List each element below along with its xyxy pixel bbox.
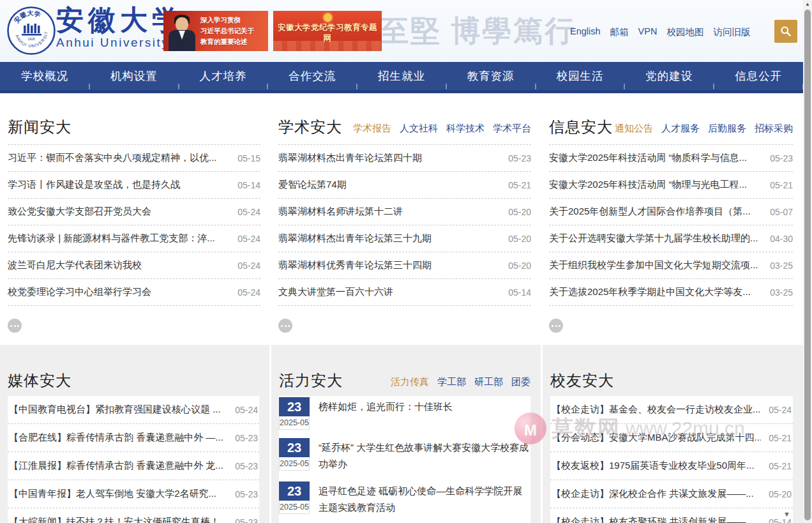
academic-item-title[interactable]: 翡翠湖材料杰出青年论坛第四十期 <box>278 152 500 164</box>
academic-item[interactable]: 爱智论坛第74期 05-21 <box>278 172 531 199</box>
info-item[interactable]: 安徽大学2025年科技活动周 “物质科学与信息... 05-23 <box>549 145 793 172</box>
academic-item[interactable]: 文典大讲堂第一百六十六讲 05-14 <box>278 279 531 306</box>
alumni-item-title[interactable]: 【分会动态】安徽大学MBA沙赛战队完成第十四... <box>552 432 761 444</box>
media-item-title[interactable]: 【江淮晨报】粽香传情承古韵 香囊递意融中外 龙... <box>9 460 227 472</box>
vitality-tab[interactable]: 活力传真 <box>391 376 429 388</box>
news-item-title[interactable]: 先锋访谈录 | 新能源材料与器件教工党支部：淬... <box>8 232 230 245</box>
academic-item-title[interactable]: 文典大讲堂第一百六十六讲 <box>278 286 500 298</box>
scrollbar-up-icon[interactable]: ▲ <box>803 1 812 7</box>
media-item[interactable]: 【中国教育电视台】紧扣教育强国建设核心议题 ... 05-24 <box>8 396 259 424</box>
info-item[interactable]: 安徽大学2025年科技活动周 “物理与光电工程... 05-21 <box>549 172 793 199</box>
news-item[interactable]: 校党委理论学习中心组举行学习会 05-24 <box>8 279 260 306</box>
nav-item[interactable]: 校园生活 <box>536 62 625 90</box>
nav-item[interactable]: 党的建设 <box>624 62 714 90</box>
nav-item[interactable]: 合作交流 <box>267 62 357 90</box>
news-item-title[interactable]: 校党委理论学习中心组举行学习会 <box>8 286 230 298</box>
alumni-item-title[interactable]: 【校企走访】基金会、校友会一行走访校友企业... <box>552 404 761 416</box>
academic-item-title[interactable]: 翡翠湖材料名师讲坛第十二讲 <box>278 206 500 218</box>
news-item-title[interactable]: 波兰哥白尼大学代表团来访我校 <box>8 259 230 271</box>
scroll-down-icon[interactable]: ▼ <box>783 510 790 518</box>
media-item-title[interactable]: 【中国教育电视台】紧扣教育强国建设核心议题 ... <box>9 404 227 416</box>
info-item-title[interactable]: 关于2025年创新型人才国际合作培养项目（第... <box>549 206 762 218</box>
academic-item-title[interactable]: 爱智论坛第74期 <box>278 179 500 191</box>
news-item[interactable]: 习近平：锲而不舍落实中央八项规定精神，以优... 05-15 <box>8 145 260 172</box>
info-item-title[interactable]: 关于组织我校学生参加中国文化大学短期交流项... <box>549 259 762 271</box>
info-tab[interactable]: 后勤服务 <box>708 123 746 135</box>
academic-item[interactable]: 翡翠湖材料名师讲坛第十二讲 05-20 <box>278 199 531 225</box>
academic-item-title[interactable]: 翡翠湖材料优秀青年论坛第三十四期 <box>278 259 500 271</box>
news-item-title[interactable]: 致公党安徽大学支部召开党员大会 <box>8 206 230 218</box>
info-item[interactable]: 关于组织我校学生参加中国文化大学短期交流项... 03-25 <box>549 252 793 279</box>
news-item[interactable]: 致公党安徽大学支部召开党员大会 05-24 <box>8 199 260 225</box>
nav-item[interactable]: 学校概况 <box>0 62 89 90</box>
nav-item[interactable]: 机构设置 <box>89 62 179 90</box>
vitality-item-title[interactable]: 追寻红色足迹 砥砺初心使命—生命科学学院开展主题实践教育活动 <box>319 481 530 517</box>
vitality-item-title[interactable]: “延乔杯” 大学生红色故事讲解大赛安徽大学校赛成功举办 <box>319 438 530 473</box>
info-item-title[interactable]: 安徽大学2025年科技活动周 “物质科学与信息... <box>549 152 762 164</box>
alumni-item-title[interactable]: 【校友返校】1975届英语专业校友毕业50周年... <box>552 460 761 472</box>
academic-more-button[interactable] <box>278 319 292 333</box>
vitality-item[interactable]: 23 2025-05 追寻红色足迹 砥砺初心使命—生命科学学院开展主题实践教育活… <box>279 481 530 517</box>
utility-link[interactable]: English <box>570 26 601 38</box>
alumni-item[interactable]: 【校企走访】校友齐聚环瑞 共话创新发展——... 05-14 <box>550 508 793 523</box>
alumni-item[interactable]: 【校企走访】基金会、校友会一行走访校友企业... 05-24 <box>550 396 793 424</box>
academic-item-title[interactable]: 翡翠湖材料杰出青年论坛第三十九期 <box>278 232 500 245</box>
vitality-tab[interactable]: 学工部 <box>437 376 466 388</box>
page-scrollbar[interactable]: ▲ <box>803 0 812 523</box>
media-item[interactable]: 【江淮晨报】粽香传情承古韵 香囊递意融中外 龙... 05-23 <box>8 452 259 480</box>
utility-link[interactable]: 邮箱 <box>610 26 629 38</box>
info-item-title[interactable]: 安徽大学2025年科技活动周 “物理与光电工程... <box>549 179 762 191</box>
info-tab[interactable]: 招标采购 <box>755 123 793 135</box>
media-item-title[interactable]: 【合肥在线】粽香传情承古韵 香囊递意融中外 —... <box>9 432 227 444</box>
vitality-item[interactable]: 23 2025-05 榜样如炬，追光而行：十佳班长 <box>279 397 530 430</box>
academic-item[interactable]: 翡翠湖材料优秀青年论坛第三十四期 05-20 <box>278 252 531 279</box>
alumni-item-title[interactable]: 【校企走访】校友齐聚环瑞 共话创新发展——... <box>552 516 761 523</box>
info-item[interactable]: 关于2025年创新型人才国际合作培养项目（第... 05-07 <box>549 199 793 225</box>
utility-link[interactable]: VPN <box>638 26 658 38</box>
news-item-title[interactable]: 学习语丨作风建设是攻坚战，也是持久战 <box>8 179 230 191</box>
news-item-title[interactable]: 习近平：锲而不舍落实中央八项规定精神，以优... <box>8 152 230 164</box>
news-item[interactable]: 波兰哥白尼大学代表团来访我校 05-24 <box>8 252 260 279</box>
university-seal-logo[interactable]: 安徽大学 1928 ANHUI UNIVERSITY <box>6 6 56 56</box>
nav-item[interactable]: 人才培养 <box>179 62 268 90</box>
media-item[interactable]: 【合肥在线】粽香传情承古韵 香囊递意融中外 —... 05-23 <box>8 424 259 452</box>
vitality-item-title[interactable]: 榜样如炬，追光而行：十佳班长 <box>319 397 453 430</box>
info-tab[interactable]: 人才服务 <box>661 123 700 135</box>
search-button[interactable] <box>774 20 797 43</box>
alumni-item-title[interactable]: 【校企走访】深化校企合作 共谋文旅发展——... <box>552 488 761 500</box>
news-item[interactable]: 先锋访谈录 | 新能源材料与器件教工党支部：淬... 05-24 <box>8 225 260 252</box>
media-item-title[interactable]: 【大皖新闻】扶不扶？扶！安大这俩研究生真棒！ <box>9 516 227 523</box>
alumni-item[interactable]: 【校友返校】1975届英语专业校友毕业50周年... 05-21 <box>550 452 793 480</box>
alumni-item[interactable]: 【分会动态】安徽大学MBA沙赛战队完成第十四... 05-21 <box>550 424 793 452</box>
vitality-item[interactable]: 23 2025-05 “延乔杯” 大学生红色故事讲解大赛安徽大学校赛成功举办 <box>279 438 530 473</box>
date-badge: 23 2025-05 <box>279 397 310 430</box>
info-more-button[interactable] <box>549 319 563 333</box>
info-item-title[interactable]: 关于选拔2025年秋季学期赴中国文化大学等友... <box>549 286 762 298</box>
academic-item[interactable]: 翡翠湖材料杰出青年论坛第四十期 05-23 <box>278 145 531 172</box>
nav-item[interactable]: 招生就业 <box>357 62 446 90</box>
education-speech-banner[interactable]: 深入学习贯彻习近平总书记关于教育的重要论述 <box>163 11 268 51</box>
academic-tab[interactable]: 科学技术 <box>446 123 485 135</box>
academic-tab[interactable]: 学术报告 <box>353 123 391 135</box>
media-item[interactable]: 【大皖新闻】扶不扶？扶！安大这俩研究生真棒！ 05-23 <box>8 508 259 523</box>
media-item[interactable]: 【中国青年报】老人驾车倒地 安徽大学2名研究... 05-23 <box>8 480 259 508</box>
vitality-tab[interactable]: 团委 <box>511 376 530 388</box>
info-item[interactable]: 关于选拔2025年秋季学期赴中国文化大学等友... 03-25 <box>549 279 793 306</box>
alumni-item[interactable]: 【校企走访】深化校企合作 共谋文旅发展——... 05-20 <box>550 480 793 508</box>
academic-tab[interactable]: 学术平台 <box>493 123 531 135</box>
academic-item[interactable]: 翡翠湖材料杰出青年论坛第三十九期 05-20 <box>278 225 531 252</box>
info-item[interactable]: 关于公开选聘安徽大学第十九届学生校长助理的... 04-30 <box>549 225 793 252</box>
scrollbar-thumb[interactable] <box>804 10 811 520</box>
party-discipline-banner[interactable]: 安徽大学党纪学习教育专题网 <box>273 11 382 51</box>
info-item-title[interactable]: 关于公开选聘安徽大学第十九届学生校长助理的... <box>549 232 762 245</box>
news-more-button[interactable] <box>8 319 22 333</box>
utility-link[interactable]: 访问旧版 <box>713 26 750 38</box>
academic-tab[interactable]: 人文社科 <box>400 123 438 135</box>
vitality-tab[interactable]: 研工部 <box>474 376 503 388</box>
info-tab[interactable]: 通知公告 <box>615 123 653 135</box>
utility-link[interactable]: 校园地图 <box>666 26 703 38</box>
media-item-title[interactable]: 【中国青年报】老人驾车倒地 安徽大学2名研究... <box>9 488 227 500</box>
nav-item[interactable]: 信息公开 <box>714 62 803 90</box>
nav-item[interactable]: 教育资源 <box>446 62 536 90</box>
news-item[interactable]: 学习语丨作风建设是攻坚战，也是持久战 05-14 <box>8 172 260 199</box>
